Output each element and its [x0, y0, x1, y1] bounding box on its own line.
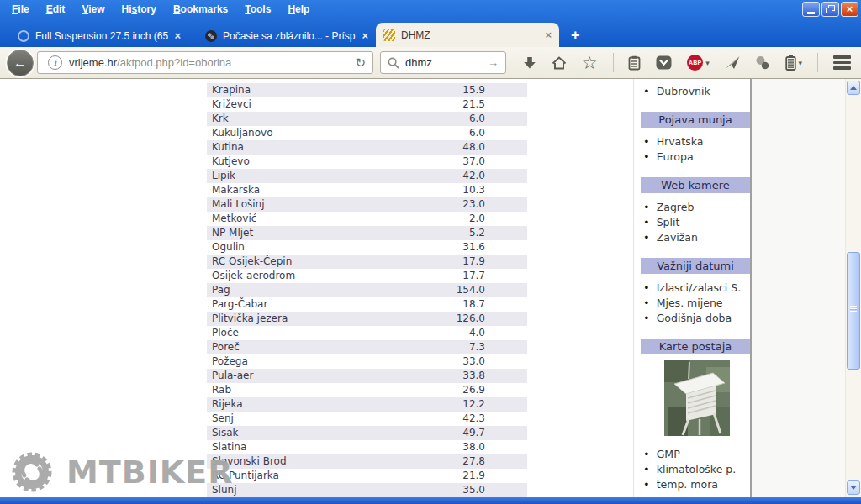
table-row: Makarska10.3 — [207, 183, 527, 197]
search-go-icon[interactable]: → — [488, 56, 499, 69]
restore-button[interactable] — [821, 2, 839, 17]
sidebar-link[interactable]: •Europa — [634, 149, 750, 164]
sidebar-link[interactable]: •Izlasci/zalasci S. — [634, 280, 750, 295]
scroll-up-icon — [850, 86, 857, 90]
send-plane-icon[interactable] — [725, 55, 740, 70]
table-row: Metković2.0 — [207, 212, 527, 226]
station-name[interactable]: Metković — [207, 212, 376, 226]
download-icon[interactable] — [523, 56, 536, 70]
adblock-caret-icon[interactable]: ▾ — [705, 59, 710, 67]
tab-1[interactable]: Full Suspension 27.5 inch (65...× — [10, 24, 188, 47]
menu-item-bookmarks[interactable]: Bookmarks — [165, 2, 236, 18]
pocket-icon[interactable] — [656, 55, 672, 70]
search-input[interactable]: dhmz → — [380, 51, 506, 74]
reload-icon[interactable]: ↻ — [355, 55, 366, 71]
menu-item-tools[interactable]: Tools — [236, 2, 279, 18]
home-icon[interactable] — [552, 56, 567, 70]
station-name[interactable]: Ploče — [207, 326, 376, 340]
sidebar-link-label: Hrvatska — [657, 135, 704, 148]
adblock-plus-icon[interactable]: ABP — [687, 55, 703, 71]
sidebar-link[interactable]: •GMP — [634, 446, 750, 461]
station-name[interactable]: Pula-aer — [207, 369, 376, 383]
adblock-group: ABP ▾ — [687, 55, 710, 71]
tab-3[interactable]: DHMZ× — [376, 23, 559, 47]
station-name[interactable]: Osijek-aerodrom — [207, 269, 376, 283]
back-button[interactable]: ← — [7, 50, 34, 76]
minimize-button[interactable] — [802, 2, 820, 17]
station-name[interactable]: Plitvička jezera — [207, 312, 376, 326]
station-name[interactable]: Kutjevo — [207, 155, 376, 169]
station-name[interactable]: Krk — [207, 112, 376, 126]
station-name[interactable]: Sisak — [207, 426, 376, 440]
url-bar[interactable]: i vrijeme.hr/aktpod.php?id=oborina ↻ — [37, 51, 373, 74]
station-name[interactable]: RC Osijek-Čepin — [207, 255, 376, 269]
station-photo[interactable] — [664, 360, 730, 436]
sidebar-link[interactable]: •Dubrovnik — [634, 83, 750, 98]
sidebar-link[interactable]: •Zagreb — [634, 199, 750, 214]
bookmark-star-icon[interactable]: ☆ — [582, 54, 598, 71]
menu-item-view[interactable]: View — [73, 2, 113, 18]
dhmz-favicon-icon — [383, 29, 395, 41]
table-row: Pag154.0 — [207, 283, 527, 297]
circles-extension-icon[interactable] — [755, 55, 770, 71]
menu-item-file[interactable]: File — [3, 2, 38, 18]
station-name[interactable]: Križevci — [207, 97, 376, 112]
precip-value: 42.0 — [376, 169, 527, 183]
station-name[interactable]: Parg-Čabar — [207, 297, 376, 312]
tab-2[interactable]: Počasie sa zbláznilo... - Prísp...× — [198, 24, 376, 47]
sidebar-link[interactable]: •temp. mora — [634, 476, 750, 491]
sidebar-link-label: Godišnja doba — [657, 312, 732, 324]
sidebar-link[interactable]: •Hrvatska — [634, 134, 750, 149]
site-info-icon[interactable]: i — [48, 55, 62, 70]
precip-value: 18.7 — [376, 297, 527, 312]
station-name[interactable]: Kutina — [207, 140, 376, 155]
table-row: Parg-Čabar18.7 — [207, 297, 527, 312]
tab-close-icon[interactable]: × — [174, 29, 181, 42]
precip-value: 17.9 — [376, 255, 527, 269]
window-chrome: FileEditViewHistoryBookmarksToolsHelp × … — [0, 0, 861, 47]
station-name[interactable]: Senj — [207, 412, 376, 426]
station-name[interactable]: NP Mljet — [207, 226, 376, 240]
station-name[interactable]: Poreč — [207, 340, 376, 354]
bullet-icon: • — [643, 463, 650, 475]
precip-value: 10.3 — [376, 183, 527, 197]
station-name[interactable]: Požega — [207, 354, 376, 369]
table-row: NP Mljet5.2 — [207, 226, 527, 240]
station-name[interactable]: Kukuljanovo — [207, 126, 376, 140]
sidebar-link[interactable]: •klimatološke p. — [634, 461, 750, 476]
tab-strip: Full Suspension 27.5 inch (65...×Počasie… — [0, 18, 861, 47]
table-row: Lipik42.0 — [207, 169, 527, 183]
tab-close-icon[interactable]: × — [545, 29, 552, 41]
menu-item-history[interactable]: History — [114, 2, 165, 18]
battery-extension-icon[interactable] — [785, 55, 796, 71]
station-name[interactable]: Makarska — [207, 183, 376, 197]
station-name[interactable]: Mali Lošinj — [207, 197, 376, 212]
sidebar-link-label: Split — [657, 216, 680, 228]
menu-item-help[interactable]: Help — [279, 2, 318, 18]
scrollbar-thumb[interactable] — [847, 252, 860, 370]
url-path: /aktpod.php?id=oborina — [117, 56, 231, 69]
precip-value: 17.7 — [376, 269, 527, 283]
vertical-scrollbar[interactable] — [845, 79, 861, 497]
station-name[interactable]: Rijeka — [207, 397, 376, 412]
sidebar-link[interactable]: •Split — [634, 214, 750, 229]
sidebar-link[interactable]: •Zavižan — [634, 229, 750, 244]
station-name[interactable]: Rab — [207, 383, 376, 397]
close-button[interactable]: × — [841, 2, 858, 17]
scroll-up-button[interactable] — [847, 81, 860, 95]
station-name[interactable]: Pag — [207, 283, 376, 297]
tab-close-icon[interactable]: × — [362, 29, 368, 42]
station-name[interactable]: Krapina — [207, 83, 376, 97]
sidebar-link[interactable]: •Godišnja doba — [634, 310, 750, 325]
menu-item-edit[interactable]: Edit — [38, 2, 74, 18]
menu-hamburger-icon[interactable] — [833, 55, 854, 70]
sidebar-section-title: Web kamere — [641, 177, 750, 193]
station-name[interactable]: Lipik — [207, 169, 376, 183]
sidebar-link[interactable]: •Mjes. mijene — [634, 295, 750, 310]
table-row: Mali Lošinj23.0 — [207, 197, 527, 212]
station-name[interactable]: Ogulin — [207, 240, 376, 255]
clipboard-icon[interactable] — [628, 55, 641, 71]
new-tab-button[interactable]: + — [571, 28, 580, 43]
scroll-down-button[interactable] — [847, 480, 860, 495]
overflow-caret-icon[interactable]: ▾ — [799, 59, 803, 67]
